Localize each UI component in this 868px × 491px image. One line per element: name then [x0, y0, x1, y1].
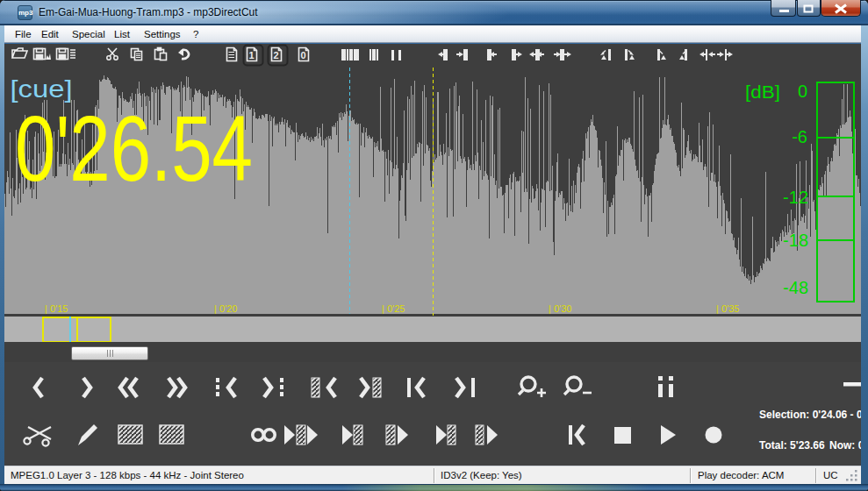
svg-text:-48: -48: [783, 278, 808, 297]
svg-text:| 0'20: | 0'20: [214, 303, 237, 314]
svg-text:| 0'25: | 0'25: [382, 303, 405, 314]
svg-text:-18: -18: [783, 231, 808, 250]
svg-text:0: 0: [300, 50, 305, 60]
svg-text:0: 0: [798, 82, 807, 101]
svg-text:-12: -12: [783, 188, 808, 207]
svg-text:2: 2: [273, 50, 278, 60]
svg-text:-6: -6: [792, 127, 807, 146]
svg-text:| 0'15: | 0'15: [45, 303, 68, 314]
svg-text:1: 1: [248, 50, 254, 60]
svg-text:| 0'35: | 0'35: [716, 303, 739, 314]
svg-text:| 0'30: | 0'30: [549, 303, 571, 314]
svg-text:[dB]: [dB]: [745, 82, 780, 102]
svg-text:0'26.54: 0'26.54: [15, 96, 253, 200]
